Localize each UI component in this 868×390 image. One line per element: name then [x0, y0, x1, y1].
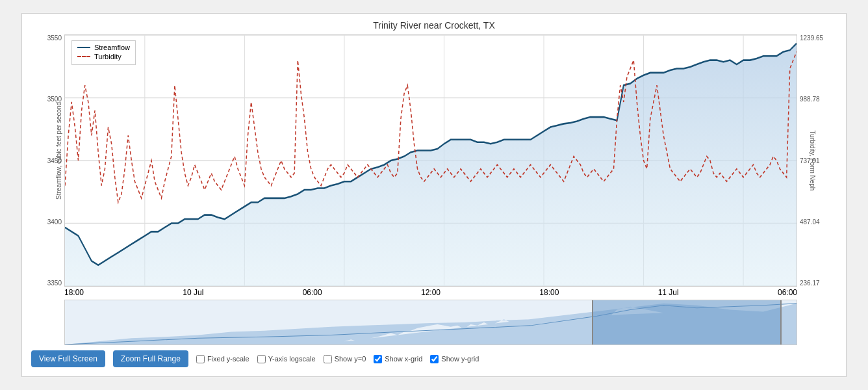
legend-turbidity-label: Turbidity — [94, 53, 121, 60]
y-axis-right: 1239.65 988.78 737.91 487.04 236.17 Turb… — [797, 34, 839, 287]
legend-streamflow-line — [77, 47, 90, 48]
y-axis-logscale-label[interactable]: Y-axis logscale — [257, 355, 316, 363]
show-y-grid-label[interactable]: Show y-grid — [430, 355, 479, 363]
chart-legend: Streamflow Turbidity — [71, 40, 136, 65]
fixed-y-scale-checkbox[interactable] — [196, 355, 205, 363]
y-tick-left-4: 3350 — [47, 280, 62, 287]
show-y0-text: Show y=0 — [335, 355, 366, 363]
y-tick-right-0: 1239.65 — [800, 34, 830, 42]
y-tick-left-0: 3550 — [47, 34, 62, 42]
legend-turbidity-line — [77, 56, 90, 57]
show-x-grid-checkbox[interactable] — [374, 355, 382, 363]
y-tick-right-4: 236.17 — [800, 280, 830, 287]
x-label-2: 06:00 — [303, 288, 322, 297]
view-full-screen-button[interactable]: View Full Screen — [31, 350, 105, 367]
chart-plot: Streamflow Turbidity — [64, 34, 797, 287]
y-axis-left: Streamflow, cubic feet per second 3550 3… — [29, 34, 64, 287]
x-label-5: 11 Jul — [658, 288, 679, 297]
fixed-y-scale-label[interactable]: Fixed y-scale — [196, 355, 249, 363]
show-x-grid-text: Show x-grid — [385, 355, 422, 363]
navigator-selection[interactable] — [592, 300, 782, 344]
y-tick-right-1: 988.78 — [800, 96, 830, 103]
y-axis-logscale-checkbox[interactable] — [257, 355, 266, 363]
x-label-0: 18:00 — [64, 288, 84, 297]
y-tick-right-3: 487.04 — [800, 218, 830, 226]
x-axis: 18:00 10 Jul 06:00 12:00 18:00 11 Jul 06… — [64, 287, 797, 297]
y-axis-left-label: Streamflow, cubic feet per second — [55, 122, 62, 200]
zoom-full-range-button[interactable]: Zoom Full Range — [113, 350, 188, 367]
navigator-area[interactable] — [64, 300, 797, 345]
chart-svg — [65, 35, 797, 286]
show-y-grid-text: Show y-grid — [441, 355, 479, 363]
legend-streamflow: Streamflow — [77, 44, 130, 51]
x-label-1: 10 Jul — [183, 288, 203, 297]
y-axis-right-label: Turbidity, Form Neph — [809, 122, 816, 200]
show-x-grid-label[interactable]: Show x-grid — [374, 355, 422, 363]
x-label-3: 12:00 — [421, 288, 440, 297]
svg-marker-12 — [65, 44, 797, 286]
show-y0-checkbox[interactable] — [324, 355, 332, 363]
y-axis-logscale-text: Y-axis logscale — [268, 355, 316, 363]
show-y0-label[interactable]: Show y=0 — [324, 355, 366, 363]
main-chart-area: Streamflow, cubic feet per second 3550 3… — [29, 34, 839, 287]
legend-turbidity: Turbidity — [77, 53, 130, 60]
controls-area: View Full Screen Zoom Full Range Fixed y… — [29, 345, 839, 370]
chart-title: Trinity River near Crockett, TX — [29, 20, 839, 31]
x-label-6: 06:00 — [778, 288, 797, 297]
show-y-grid-checkbox[interactable] — [430, 355, 439, 363]
x-label-4: 18:00 — [539, 288, 559, 297]
y-tick-left-3: 3400 — [47, 218, 62, 226]
fixed-y-scale-text: Fixed y-scale — [207, 355, 249, 363]
legend-streamflow-label: Streamflow — [94, 44, 130, 51]
chart-container: Trinity River near Crockett, TX Streamfl… — [21, 13, 847, 377]
